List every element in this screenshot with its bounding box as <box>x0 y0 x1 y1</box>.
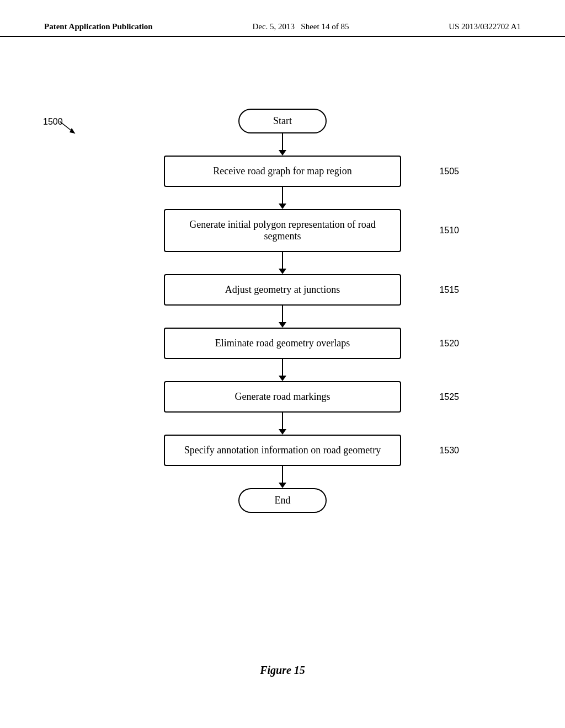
figure-arrow-icon <box>60 121 82 138</box>
step-1525-text: Generate road markings <box>235 391 331 402</box>
main-content: 1500 Start Receive road graph for map re… <box>0 37 565 721</box>
patent-number-label: US 2013/0322702 A1 <box>449 22 521 31</box>
sheet-label: Sheet 14 of 85 <box>301 22 349 31</box>
arrow-7 <box>279 466 286 488</box>
step-1515-text: Adjust geometry at junctions <box>225 284 340 295</box>
step-1520-label: 1520 <box>439 339 459 349</box>
step-1520-box: Eliminate road geometry overlaps <box>164 328 401 359</box>
arrow-4 <box>279 306 286 328</box>
date-sheet-label: Dec. 5, 2013 Sheet 14 of 85 <box>252 22 349 31</box>
flowchart: Start Receive road graph for map region … <box>89 109 476 513</box>
step-1505-text: Receive road graph for map region <box>213 165 351 176</box>
step-1530-text: Specify annotation information on road g… <box>184 445 381 456</box>
step-1505-label: 1505 <box>439 167 459 176</box>
step-1510-label: 1510 <box>439 226 459 235</box>
start-label: Start <box>273 115 292 126</box>
step-1515-box: Adjust geometry at junctions <box>164 274 401 306</box>
step-1520-wrapper: Eliminate road geometry overlaps 1520 <box>89 328 476 359</box>
step-1530-wrapper: Specify annotation information on road g… <box>89 435 476 466</box>
step-1530-box: Specify annotation information on road g… <box>164 435 401 466</box>
step-1525-label: 1525 <box>439 392 459 402</box>
step-1515-label: 1515 <box>439 285 459 295</box>
step-1510-box: Generate initial polygon representation … <box>164 209 401 252</box>
end-label: End <box>275 495 291 506</box>
publication-label: Patent Application Publication <box>44 22 153 31</box>
svg-marker-1 <box>70 128 75 133</box>
step-1505-box: Receive road graph for map region <box>164 156 401 187</box>
figure-number-label: 1500 <box>43 117 63 127</box>
arrow-5 <box>279 359 286 381</box>
figure-caption: Figure 15 <box>260 664 305 677</box>
arrow-1 <box>279 133 286 156</box>
step-1520-text: Eliminate road geometry overlaps <box>215 338 350 349</box>
arrow-2 <box>279 187 286 209</box>
step-1510-text: Generate initial polygon representation … <box>189 219 375 242</box>
end-node: End <box>238 488 327 513</box>
step-1530-label: 1530 <box>439 446 459 456</box>
date-label: Dec. 5, 2013 <box>252 22 301 31</box>
step-1525-wrapper: Generate road markings 1525 <box>89 381 476 413</box>
arrow-6 <box>279 413 286 435</box>
step-1510-wrapper: Generate initial polygon representation … <box>89 209 476 252</box>
arrow-3 <box>279 252 286 274</box>
step-1515-wrapper: Adjust geometry at junctions 1515 <box>89 274 476 306</box>
page-header: Patent Application Publication Dec. 5, 2… <box>0 0 565 37</box>
start-node: Start <box>238 109 327 133</box>
step-1505-wrapper: Receive road graph for map region 1505 <box>89 156 476 187</box>
step-1525-box: Generate road markings <box>164 381 401 413</box>
